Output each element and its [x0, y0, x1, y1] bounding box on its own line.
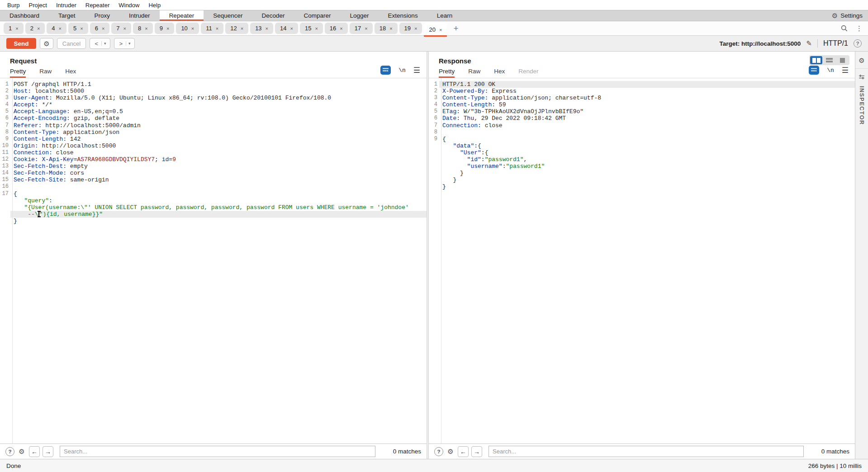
- menu-item-project[interactable]: Project: [24, 2, 51, 9]
- editor-line[interactable]: 8: [429, 129, 855, 136]
- repeater-tab-6[interactable]: 6×: [90, 23, 110, 34]
- editor-line[interactable]: 12Cookie: X-Api-Key=AS7RA968GDBVDQIYILDS…: [0, 156, 427, 163]
- editor-line[interactable]: 7Connection: close: [429, 122, 855, 129]
- editor-line[interactable]: --\"){id, username}}": [0, 211, 427, 218]
- previous-match-button[interactable]: ←: [458, 446, 469, 457]
- edit-target-icon[interactable]: ✎: [806, 39, 812, 48]
- tab-comparer[interactable]: Comparer: [294, 10, 341, 21]
- chevron-down-icon[interactable]: ▾: [126, 41, 133, 46]
- word-wrap-icon[interactable]: [380, 66, 391, 75]
- rows-layout-icon[interactable]: [823, 56, 835, 64]
- repeater-tab-7[interactable]: 7×: [111, 23, 131, 34]
- new-tab-button[interactable]: +: [448, 24, 464, 33]
- history-back-button[interactable]: < ▾: [90, 38, 110, 49]
- editor-line[interactable]: "id":"password1",: [429, 156, 855, 163]
- close-tab-icon[interactable]: ×: [315, 26, 318, 31]
- editor-line[interactable]: 4Content-Length: 59: [429, 101, 855, 108]
- help-icon[interactable]: ?: [5, 447, 14, 456]
- tab-target[interactable]: Target: [49, 10, 85, 21]
- editor-line[interactable]: 9{: [429, 136, 855, 143]
- tab-dashboard[interactable]: Dashboard: [0, 10, 49, 21]
- menu-icon[interactable]: ☰: [842, 67, 849, 74]
- editor-line[interactable]: }: [0, 218, 427, 224]
- menu-item-burp[interactable]: Burp: [3, 2, 24, 9]
- repeater-tab-13[interactable]: 13×: [250, 23, 273, 34]
- single-layout-icon[interactable]: [836, 56, 849, 64]
- word-wrap-icon[interactable]: [809, 66, 819, 75]
- tab-sequencer[interactable]: Sequencer: [204, 10, 252, 21]
- help-icon[interactable]: ?: [854, 39, 862, 48]
- editor-line[interactable]: 2Host: localhost:5000: [0, 88, 427, 95]
- repeater-tab-16[interactable]: 16×: [325, 23, 348, 34]
- editor-line[interactable]: 2X-Powered-By: Express: [429, 88, 855, 95]
- editor-line[interactable]: "User":{: [429, 149, 855, 156]
- repeater-tab-12[interactable]: 12×: [225, 23, 248, 34]
- editor-line[interactable]: 7Referer: http://localhost:5000/admin: [0, 122, 427, 129]
- response-editor[interactable]: 1HTTP/1.1 200 OK2X-Powered-By: Express3C…: [429, 78, 855, 443]
- search-icon[interactable]: [840, 24, 849, 33]
- close-tab-icon[interactable]: ×: [145, 26, 147, 31]
- show-newlines-icon[interactable]: \n: [827, 67, 834, 74]
- editor-line[interactable]: 6Date: Thu, 29 Dec 2022 09:18:42 GMT: [429, 115, 855, 122]
- close-tab-icon[interactable]: ×: [266, 26, 268, 31]
- view-tab-raw[interactable]: Raw: [39, 68, 52, 78]
- editor-line[interactable]: }: [429, 176, 855, 183]
- close-tab-icon[interactable]: ×: [241, 26, 243, 31]
- request-settings-button[interactable]: ⚙: [40, 38, 53, 49]
- close-tab-icon[interactable]: ×: [191, 26, 194, 31]
- view-tab-hex[interactable]: Hex: [65, 68, 76, 78]
- close-tab-icon[interactable]: ×: [123, 26, 126, 31]
- search-settings-icon[interactable]: ⚙: [446, 447, 455, 456]
- settings-button[interactable]: ⚙ Settings: [832, 10, 868, 21]
- close-tab-icon[interactable]: ×: [59, 26, 62, 31]
- help-icon[interactable]: ?: [434, 447, 443, 456]
- editor-line[interactable]: 17{: [0, 191, 427, 197]
- tab-repeater[interactable]: Repeater: [160, 10, 204, 21]
- editor-line[interactable]: 14Sec-Fetch-Mode: cors: [0, 170, 427, 176]
- close-tab-icon[interactable]: ×: [37, 26, 40, 31]
- repeater-tab-20[interactable]: 20×: [424, 23, 447, 37]
- editor-line[interactable]: 5ETag: W/"3b-TPHkAoUX2dVnaOjJPlnvbBIfE9o…: [429, 108, 855, 115]
- http-version[interactable]: HTTP/1: [823, 39, 848, 48]
- close-tab-icon[interactable]: ×: [290, 26, 293, 31]
- repeater-tab-18[interactable]: 18×: [375, 23, 398, 34]
- repeater-tab-10[interactable]: 10×: [176, 23, 199, 34]
- view-tab-pretty[interactable]: Pretty: [10, 68, 26, 78]
- editor-line[interactable]: "username":"password1": [429, 163, 855, 170]
- editor-line[interactable]: }: [429, 170, 855, 176]
- tab-extensions[interactable]: Extensions: [379, 10, 427, 21]
- close-tab-icon[interactable]: ×: [216, 26, 218, 31]
- close-tab-icon[interactable]: ×: [80, 26, 83, 31]
- repeater-tab-5[interactable]: 5×: [68, 23, 88, 34]
- sliders-icon[interactable]: [859, 73, 865, 81]
- view-tab-pretty[interactable]: Pretty: [439, 68, 455, 78]
- next-match-button[interactable]: →: [471, 446, 482, 457]
- editor-line[interactable]: 15Sec-Fetch-Site: same-origin: [0, 176, 427, 183]
- editor-line[interactable]: }: [429, 183, 855, 190]
- repeater-tab-4[interactable]: 4×: [47, 23, 66, 34]
- repeater-tab-17[interactable]: 17×: [350, 23, 373, 34]
- tab-learn[interactable]: Learn: [427, 10, 462, 21]
- view-tab-raw[interactable]: Raw: [468, 68, 480, 78]
- editor-line[interactable]: "query":: [0, 197, 427, 204]
- close-tab-icon[interactable]: ×: [414, 26, 417, 31]
- menu-item-intruder[interactable]: Intruder: [52, 2, 81, 9]
- editor-line[interactable]: 4Accept: */*: [0, 101, 427, 108]
- editor-line[interactable]: 5Accept-Language: en-US,en;q=0.5: [0, 108, 427, 115]
- tab-decoder[interactable]: Decoder: [252, 10, 294, 21]
- tab-proxy[interactable]: Proxy: [85, 10, 120, 21]
- close-tab-icon[interactable]: ×: [15, 26, 18, 31]
- view-tab-hex[interactable]: Hex: [494, 68, 505, 78]
- editor-line[interactable]: 16: [0, 183, 427, 190]
- request-editor[interactable]: 1POST /graphql HTTP/1.12Host: localhost:…: [0, 78, 427, 443]
- menu-icon[interactable]: ☰: [413, 67, 420, 74]
- repeater-tab-2[interactable]: 2×: [25, 23, 45, 34]
- columns-layout-icon[interactable]: [810, 56, 822, 64]
- editor-line[interactable]: "data":{: [429, 143, 855, 149]
- repeater-tab-11[interactable]: 11×: [201, 23, 223, 34]
- editor-line[interactable]: 1POST /graphql HTTP/1.1: [0, 81, 427, 88]
- editor-line[interactable]: 1HTTP/1.1 200 OK: [429, 81, 855, 88]
- editor-line[interactable]: 6Accept-Encoding: gzip, deflate: [0, 115, 427, 122]
- show-newlines-icon[interactable]: \n: [398, 67, 406, 74]
- menu-item-repeater[interactable]: Repeater: [81, 2, 114, 9]
